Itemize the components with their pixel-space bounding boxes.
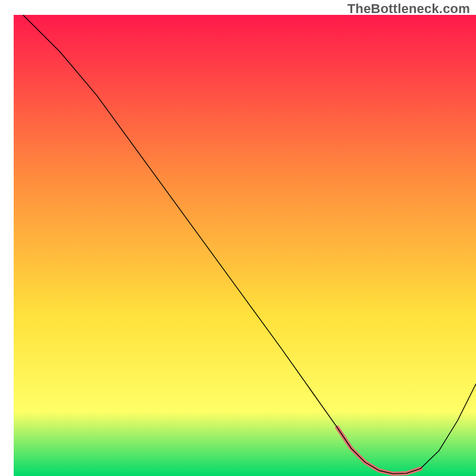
chart-stage: TheBottleneck.com bbox=[0, 0, 476, 476]
watermark-text: TheBottleneck.com bbox=[347, 1, 470, 17]
gradient-background bbox=[14, 15, 476, 476]
bottleneck-chart bbox=[0, 0, 476, 476]
